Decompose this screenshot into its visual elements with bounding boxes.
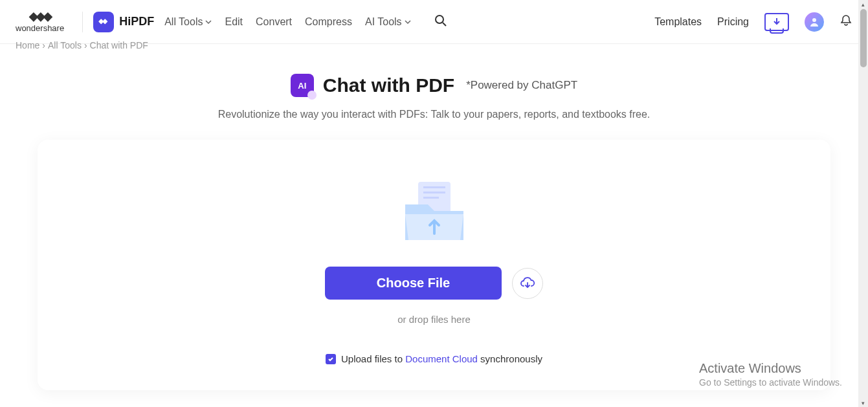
chevron-down-icon	[405, 19, 411, 25]
check-icon	[328, 356, 334, 362]
svg-rect-1	[102, 19, 107, 24]
hero: AI Chat with PDF *Powered by ChatGPT Rev…	[0, 74, 868, 120]
activate-subtitle: Go to Settings to activate Windows.	[699, 377, 842, 388]
scroll-up-arrow[interactable]: ▴	[859, 0, 867, 8]
nav-convert[interactable]: Convert	[256, 16, 292, 28]
svg-line-3	[443, 23, 446, 26]
search-icon[interactable]	[434, 14, 447, 30]
breadcrumb-all-tools[interactable]: All Tools	[48, 40, 82, 50]
svg-rect-7	[423, 192, 445, 193]
download-button[interactable]	[764, 13, 789, 31]
sync-text: Upload files to Document Cloud synchrono…	[341, 353, 542, 364]
nav-label: AI Tools	[365, 16, 402, 28]
chevron-down-icon	[205, 19, 212, 25]
document-cloud-link[interactable]: Document Cloud	[405, 353, 478, 364]
nav-compress[interactable]: Compress	[305, 16, 352, 28]
nav-pricing[interactable]: Pricing	[717, 16, 749, 28]
right-nav: Templates Pricing	[654, 12, 852, 32]
breadcrumb: Home › All Tools › Chat with PDF	[0, 40, 868, 50]
brand-logo[interactable]: ◆◆◆ wondershare	[16, 10, 64, 33]
windows-activate-watermark: Activate Windows Go to Settings to activ…	[699, 361, 842, 388]
breadcrumb-sep: ›	[84, 40, 87, 50]
download-icon	[772, 17, 781, 27]
brand-name: wondershare	[16, 23, 64, 33]
drop-hint: or drop files here	[63, 314, 805, 325]
nav-templates[interactable]: Templates	[654, 16, 702, 28]
activate-title: Activate Windows	[699, 361, 842, 376]
hipdf-icon	[93, 12, 114, 32]
ai-badge-icon: AI	[291, 74, 314, 97]
upload-folder-icon	[399, 179, 470, 243]
sync-row: Upload files to Document Cloud synchrono…	[63, 353, 805, 364]
notifications-icon[interactable]	[840, 14, 852, 30]
svg-rect-6	[423, 186, 445, 188]
cloud-download-icon	[520, 276, 535, 291]
product-logo[interactable]: HiPDF	[93, 12, 154, 32]
divider	[82, 12, 83, 32]
user-icon	[809, 17, 819, 27]
scroll-down-arrow[interactable]: ▾	[859, 399, 867, 407]
page-subtitle: *Powered by ChatGPT	[466, 79, 577, 92]
breadcrumb-current: Chat with PDF	[90, 40, 148, 50]
page-title: Chat with PDF	[323, 74, 454, 96]
scrollbar[interactable]: ▴ ▾	[858, 0, 868, 407]
svg-point-4	[812, 18, 816, 22]
svg-point-2	[436, 16, 443, 23]
upload-card: Choose File or drop files here Upload fi…	[38, 140, 830, 390]
nav-ai-tools[interactable]: AI Tools	[365, 16, 411, 28]
breadcrumb-sep: ›	[42, 40, 45, 50]
cloud-upload-button[interactable]	[512, 268, 543, 299]
product-name: HiPDF	[119, 15, 154, 28]
avatar[interactable]	[805, 12, 824, 32]
main-nav: All Tools Edit Convert Compress AI Tools	[164, 14, 447, 30]
page-description: Revolutionize the way you interact with …	[0, 109, 868, 120]
nav-all-tools[interactable]: All Tools	[164, 16, 212, 28]
nav-label: All Tools	[164, 16, 203, 28]
scroll-thumb[interactable]	[860, 9, 867, 67]
breadcrumb-home[interactable]: Home	[16, 40, 39, 50]
svg-rect-8	[423, 197, 439, 199]
nav-edit[interactable]: Edit	[225, 16, 243, 28]
choose-file-button[interactable]: Choose File	[325, 267, 502, 300]
header: ◆◆◆ wondershare HiPDF All Tools Edit Con…	[0, 0, 868, 44]
sync-checkbox[interactable]	[326, 354, 336, 364]
wondershare-icon: ◆◆◆	[29, 10, 50, 22]
